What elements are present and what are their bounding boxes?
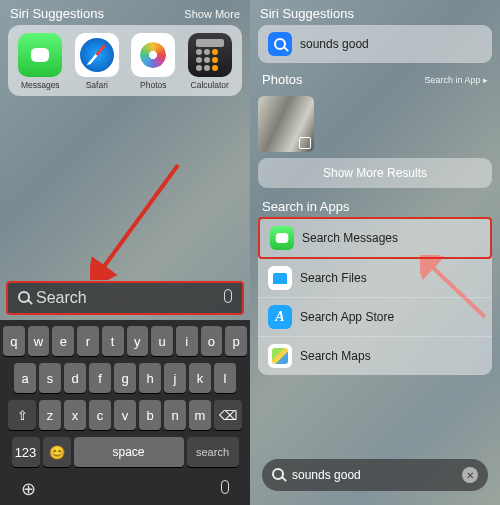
key-k[interactable]: k: [189, 363, 211, 393]
key-d[interactable]: d: [64, 363, 86, 393]
key-emoji[interactable]: 😊: [43, 437, 71, 467]
key-n[interactable]: n: [164, 400, 186, 430]
siri-suggestion-item[interactable]: sounds good: [258, 25, 492, 63]
key-z[interactable]: z: [39, 400, 61, 430]
search-icon: [18, 289, 30, 307]
app-photos[interactable]: Photos: [127, 33, 179, 90]
app-calculator[interactable]: Calculator: [184, 33, 236, 90]
key-x[interactable]: x: [64, 400, 86, 430]
key-a[interactable]: a: [14, 363, 36, 393]
key-⇧[interactable]: ⇧: [8, 400, 36, 430]
key-s[interactable]: s: [39, 363, 61, 393]
key-l[interactable]: l: [214, 363, 236, 393]
search-input[interactable]: sounds good ✕: [262, 459, 488, 491]
search-in-app-link[interactable]: Search in App ▸: [424, 75, 488, 85]
calculator-icon: [188, 33, 232, 77]
search-appstore-row[interactable]: A Search App Store: [258, 298, 492, 337]
search-value: sounds good: [292, 468, 361, 482]
mic-icon[interactable]: [224, 289, 232, 307]
key-space[interactable]: space: [74, 437, 184, 467]
key-i[interactable]: i: [176, 326, 198, 356]
key-e[interactable]: e: [52, 326, 74, 356]
photos-icon: [131, 33, 175, 77]
row-label: Search Maps: [300, 349, 371, 363]
app-label: Photos: [127, 80, 179, 90]
dictation-icon[interactable]: [221, 478, 229, 500]
key-o[interactable]: o: [201, 326, 223, 356]
row-label: Search Messages: [302, 231, 398, 245]
search-placeholder: Search: [36, 289, 87, 307]
key-w[interactable]: w: [28, 326, 50, 356]
search-messages-row[interactable]: Search Messages: [258, 217, 492, 259]
search-files-row[interactable]: Search Files: [258, 259, 492, 298]
right-pane: Siri Suggestions sounds good Photos Sear…: [250, 0, 500, 505]
key-y[interactable]: y: [127, 326, 149, 356]
app-label: Safari: [71, 80, 123, 90]
appstore-icon: A: [268, 305, 292, 329]
app-label: Calculator: [184, 80, 236, 90]
key-b[interactable]: b: [139, 400, 161, 430]
siri-title: Siri Suggestions: [260, 6, 354, 21]
globe-icon[interactable]: ⊕: [21, 478, 36, 500]
files-icon: [268, 266, 292, 290]
messages-icon: [18, 33, 62, 77]
search-input[interactable]: Search: [6, 281, 244, 315]
search-icon: [272, 468, 284, 483]
suggestion-text: sounds good: [300, 37, 369, 51]
app-suggestions: Messages Safari Photos Calculator: [8, 25, 242, 96]
app-label: Messages: [14, 80, 66, 90]
photos-title: Photos: [262, 72, 302, 87]
key-123[interactable]: 123: [12, 437, 40, 467]
key-j[interactable]: j: [164, 363, 186, 393]
siri-header: Siri Suggestions Show More: [0, 0, 250, 25]
key-m[interactable]: m: [189, 400, 211, 430]
key-r[interactable]: r: [77, 326, 99, 356]
key-v[interactable]: v: [114, 400, 136, 430]
web-search-icon: [268, 32, 292, 56]
maps-icon: [268, 344, 292, 368]
search-maps-row[interactable]: Search Maps: [258, 337, 492, 375]
left-pane: Siri Suggestions Show More Messages Safa…: [0, 0, 250, 505]
siri-title: Siri Suggestions: [10, 6, 104, 21]
app-messages[interactable]: Messages: [14, 33, 66, 90]
row-label: Search Files: [300, 271, 367, 285]
clear-icon[interactable]: ✕: [462, 467, 478, 483]
key-p[interactable]: p: [225, 326, 247, 356]
key-t[interactable]: t: [102, 326, 124, 356]
photo-result[interactable]: [258, 96, 314, 152]
safari-icon: [75, 33, 119, 77]
key-q[interactable]: q: [3, 326, 25, 356]
key-c[interactable]: c: [89, 400, 111, 430]
show-more-results-button[interactable]: Show More Results: [258, 158, 492, 188]
key-⌫[interactable]: ⌫: [214, 400, 242, 430]
key-search[interactable]: search: [187, 437, 239, 467]
key-u[interactable]: u: [151, 326, 173, 356]
key-h[interactable]: h: [139, 363, 161, 393]
app-safari[interactable]: Safari: [71, 33, 123, 90]
key-g[interactable]: g: [114, 363, 136, 393]
row-label: Search App Store: [300, 310, 394, 324]
key-f[interactable]: f: [89, 363, 111, 393]
search-in-apps-title: Search in Apps: [262, 199, 349, 214]
keyboard: qwertyuiop asdfghjkl ⇧zxcvbnm⌫ 123 😊 spa…: [0, 320, 250, 505]
show-more-link[interactable]: Show More: [184, 8, 240, 20]
messages-icon: [270, 226, 294, 250]
